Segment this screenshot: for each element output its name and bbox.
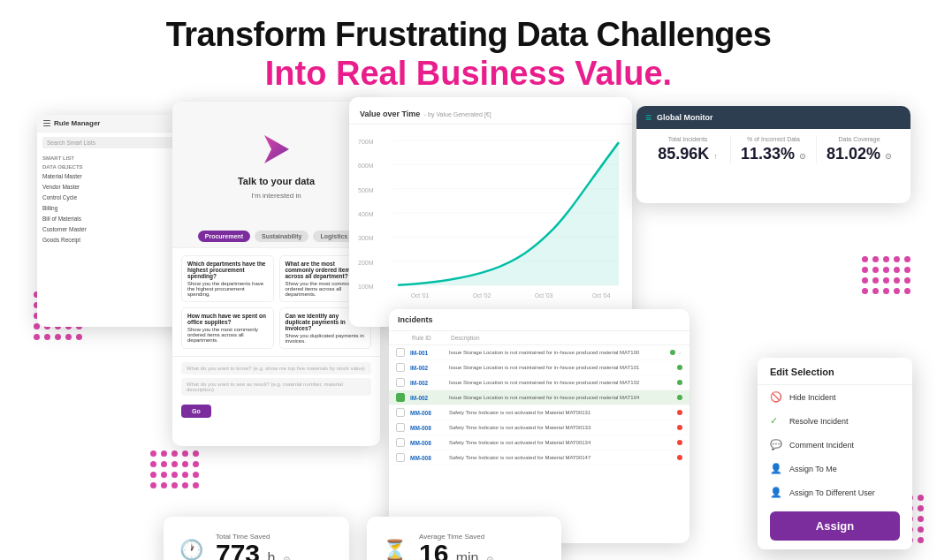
monitor-header: ≡ Global Monitor xyxy=(636,106,910,129)
value-chart-svg: 700M 600M 500M 400M 300M 200M 100M Oct '… xyxy=(358,132,623,301)
status-dot-red xyxy=(677,455,682,460)
incident-desc: Issue Storage Location is not maintained… xyxy=(449,380,651,385)
row-checkbox[interactable] xyxy=(396,348,405,357)
incident-row[interactable]: IM-002 Issue Storage Location is not mai… xyxy=(389,375,689,390)
monitor-icon: ≡ xyxy=(645,111,651,124)
comment-icon: 💬 xyxy=(770,439,782,450)
status-dot-red xyxy=(677,410,682,415)
talk-input-1[interactable]: What do you want to know? (e.g. show me … xyxy=(181,362,371,375)
stat-value: 11.33% ⊙ xyxy=(736,145,811,163)
incident-id: IM-002 xyxy=(410,365,444,371)
question-item[interactable]: How much have we spent on office supplie… xyxy=(181,307,274,349)
tab-sustainability[interactable]: Sustainability xyxy=(255,231,309,242)
assign-button-container: Assign xyxy=(758,504,912,549)
incidents-header: Incidents xyxy=(389,309,689,331)
status-dot-red xyxy=(677,440,682,445)
row-checkbox[interactable] xyxy=(396,363,405,372)
hero-title-line2: Into Real Business Value. xyxy=(0,55,937,94)
hide-incident-label: Hide Incident xyxy=(789,393,836,402)
chart-title: Value over Time xyxy=(360,110,420,118)
incident-id: MM-008 xyxy=(410,440,444,446)
edit-selection-dropdown: Edit Selection 🚫 Hide Incident ✓ Resolve… xyxy=(758,358,912,549)
talk-title: Talk to your data xyxy=(238,176,315,186)
stat-trend-icon: ⊙ xyxy=(885,152,892,161)
incidents-card: Incidents Rule ID Description IM-001 Iss… xyxy=(389,309,689,543)
incident-row[interactable]: MM-008 Safety Time Indicator is not acti… xyxy=(389,405,689,420)
stat-value: 85.96K ↑ xyxy=(651,145,725,163)
value-over-time-card: Value over Time - by Value Generated [€]… xyxy=(349,97,632,327)
incident-id: MM-008 xyxy=(410,455,444,461)
incident-row-selected[interactable]: IM-002 Issue Storage Location is not mai… xyxy=(389,390,689,405)
incident-row[interactable]: MM-008 Safety Time Indicator is not acti… xyxy=(389,435,689,450)
rule-manager-title: Rule Manager xyxy=(54,119,100,127)
stat-trend-icon: ↑ xyxy=(713,152,718,161)
avg-time-icon: ⏳ xyxy=(383,539,407,561)
stat-value: 81.02% ⊙ xyxy=(822,145,896,163)
row-checkbox[interactable] xyxy=(396,423,405,432)
total-time-saved-card: 🕐 Total Time Saved 773 h ⊙ xyxy=(164,517,349,560)
cards-container: Rule Manager Search Smart Lists SMART LI… xyxy=(0,97,937,560)
hero-title-line1: Transform Frustrating Data Challenges xyxy=(0,16,937,55)
svg-text:400M: 400M xyxy=(358,211,374,217)
row-checkbox[interactable] xyxy=(396,378,405,387)
stat-label: % of Incorrect Data xyxy=(736,136,811,142)
incident-row[interactable]: MM-008 Safety Time Indicator is not acti… xyxy=(389,450,689,465)
stat-incorrect-data: % of Incorrect Data 11.33% ⊙ xyxy=(731,136,817,163)
total-time-icon: 🕐 xyxy=(179,539,203,561)
assign-me-icon: 👤 xyxy=(770,463,782,474)
incident-row[interactable]: IM-002 Issue Storage Location is not mai… xyxy=(389,360,689,375)
row-checkbox-checked[interactable] xyxy=(396,393,405,402)
comment-incident-label: Comment Incident xyxy=(789,441,854,450)
incident-desc: Safety Time Indicator is not activated f… xyxy=(449,425,651,430)
tab-procurement[interactable]: Procurement xyxy=(198,231,250,242)
svg-text:Oct '04: Oct '04 xyxy=(592,292,611,299)
incident-desc: Safety Time Indicator is not activated f… xyxy=(449,440,651,445)
stat-total-incidents: Total Incidents 85.96K ↑ xyxy=(645,136,731,163)
incident-id: IM-002 xyxy=(410,380,444,386)
menu-icon[interactable] xyxy=(43,120,50,127)
talk-logo-icon xyxy=(255,128,298,170)
incident-desc: Safety Time Indicator is not activated f… xyxy=(449,455,651,460)
row-checkbox[interactable] xyxy=(396,438,405,447)
talk-input-2[interactable]: What do you want to see as result? (e.g.… xyxy=(181,378,371,396)
incidents-table-header: Rule ID Description xyxy=(389,331,689,345)
resolve-incident-item[interactable]: ✓ Resolve Incident xyxy=(758,409,912,433)
svg-text:Oct '02: Oct '02 xyxy=(473,292,491,299)
monitor-stats: Total Incidents 85.96K ↑ % of Incorrect … xyxy=(636,129,910,170)
incident-desc: Safety Time Indicator is not activated f… xyxy=(449,410,651,415)
status-dot xyxy=(677,395,682,400)
resolve-incident-label: Resolve Incident xyxy=(789,417,849,426)
svg-text:700M: 700M xyxy=(358,139,374,145)
svg-text:600M: 600M xyxy=(358,163,374,169)
hide-incident-item[interactable]: 🚫 Hide Incident xyxy=(758,385,912,409)
incident-row[interactable]: MM-008 Safety Time Indicator is not acti… xyxy=(389,420,689,435)
value-chart-header: Value over Time - by Value Generated [€] xyxy=(349,97,632,125)
stat-trend-icon: ⊙ xyxy=(799,152,806,161)
stat-data-coverage: Data Coverage 81.02% ⊙ xyxy=(817,136,902,163)
incident-id: MM-008 xyxy=(410,410,444,416)
status-dot xyxy=(677,365,682,370)
incident-id: MM-008 xyxy=(410,425,444,431)
assign-button[interactable]: Assign xyxy=(770,511,900,541)
question-item[interactable]: Which departments have the highest procu… xyxy=(181,255,274,302)
hide-icon: 🚫 xyxy=(770,391,782,403)
talk-subtitle: I'm interested in xyxy=(251,192,301,200)
incident-id: IM-001 xyxy=(410,350,444,356)
incident-desc: Issue Storage Location is not maintained… xyxy=(449,395,651,400)
edit-selection-title: Edit Selection xyxy=(758,358,912,385)
svg-text:200M: 200M xyxy=(358,260,374,266)
assign-to-me-item[interactable]: 👤 Assign To Me xyxy=(758,457,912,481)
assign-to-user-item[interactable]: 👤 Assign To Different User xyxy=(758,481,912,504)
row-checkbox[interactable] xyxy=(396,453,405,462)
avg-time-saved-card: ⏳ Average Time Saved 16 min ⊙ xyxy=(367,517,561,560)
total-time-info: Total Time Saved 773 h ⊙ xyxy=(216,533,290,560)
incident-id: IM-002 xyxy=(410,395,444,401)
incident-desc: Issue Storage Location is not maintained… xyxy=(449,365,651,370)
incident-row[interactable]: IM-001 Issue Storage Location is not mai… xyxy=(389,345,689,360)
status-dot xyxy=(670,350,675,355)
comment-incident-item[interactable]: 💬 Comment Incident xyxy=(758,433,912,457)
row-checkbox[interactable] xyxy=(396,408,405,417)
go-button[interactable]: Go xyxy=(181,405,211,418)
svg-text:Oct '03: Oct '03 xyxy=(535,292,553,299)
status-dot-red xyxy=(677,425,682,430)
